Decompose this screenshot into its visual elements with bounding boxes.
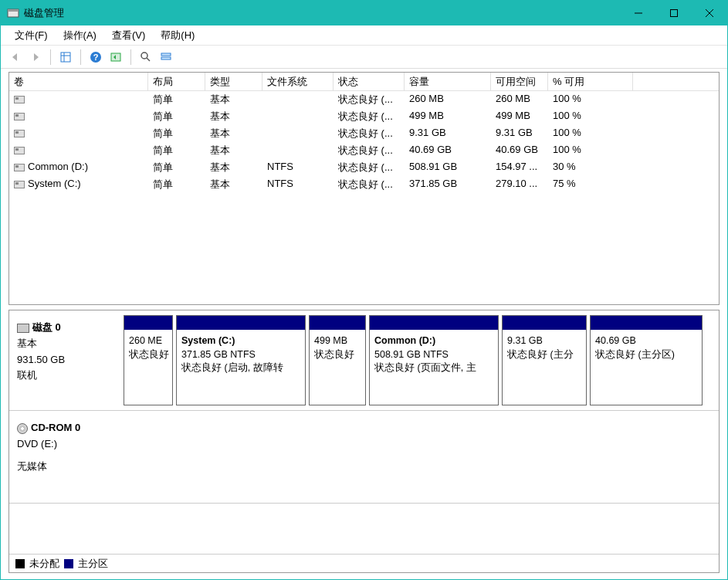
cell-filesystem	[262, 91, 334, 108]
window-title: 磁盘管理	[24, 6, 621, 20]
minimize-button[interactable]	[621, 1, 656, 25]
partition-bar	[124, 316, 172, 330]
partition-bar	[177, 316, 305, 330]
menu-action[interactable]: 操作(A)	[56, 26, 104, 45]
volume-row[interactable]: Common (D:)简单基本NTFS状态良好 (...508.91 GB154…	[9, 159, 719, 176]
col-volume[interactable]: 卷	[9, 73, 148, 90]
close-button[interactable]	[692, 1, 727, 25]
col-capacity[interactable]: 容量	[405, 73, 491, 90]
svg-rect-1	[8, 9, 19, 12]
back-button[interactable]	[7, 49, 24, 66]
partition-status: 状态良好 (主分	[507, 348, 581, 362]
menu-help[interactable]: 帮助(H)	[153, 26, 202, 45]
volume-list-body[interactable]: 简单基本状态良好 (...260 MB260 MB100 %简单基本状态良好 (…	[9, 91, 719, 304]
svg-rect-14	[161, 53, 171, 56]
cell-free: 9.31 GB	[491, 125, 548, 142]
cell-pctfree: 30 %	[548, 159, 633, 176]
partition-bar	[370, 316, 498, 330]
partition-status: 状态良好	[129, 348, 168, 362]
svg-rect-3	[671, 10, 678, 17]
cell-status: 状态良好 (...	[334, 91, 405, 108]
cell-pctfree: 75 %	[548, 176, 633, 193]
menu-bar: 文件(F) 操作(A) 查看(V) 帮助(H)	[1, 25, 727, 46]
cell-filesystem	[262, 125, 334, 142]
volume-icon	[14, 113, 25, 120]
cell-capacity: 499 MB	[405, 108, 491, 125]
disk-info: 磁盘 0 基本 931.50 GB 联机	[14, 315, 122, 405]
legend-primary: 主分区	[78, 557, 108, 571]
partition-status: 状态良好 (启动, 故障转	[181, 361, 300, 375]
cell-type: 基本	[205, 176, 262, 193]
cell-status: 状态良好 (...	[334, 142, 405, 159]
cell-free: 154.97 ...	[491, 159, 548, 176]
volume-row[interactable]: 简单基本状态良好 (...499 MB499 MB100 %	[9, 108, 719, 125]
toolbar-list-icon[interactable]	[157, 49, 174, 66]
menu-file[interactable]: 文件(F)	[7, 26, 56, 45]
legend-unallocated: 未分配	[29, 557, 59, 571]
svg-text:?: ?	[93, 53, 99, 62]
cell-layout: 简单	[148, 159, 205, 176]
cell-type: 基本	[205, 91, 262, 108]
partition-bar	[503, 316, 586, 330]
volume-icon	[14, 164, 25, 171]
help-icon[interactable]: ?	[87, 49, 104, 66]
legend-swatch-primary	[64, 559, 73, 568]
cell-status: 状态良好 (...	[334, 159, 405, 176]
cell-pctfree: 100 %	[548, 108, 633, 125]
disk-graphic-scroll[interactable]: 磁盘 0 基本 931.50 GB 联机 260 ME状态良好System (C…	[9, 310, 719, 554]
cell-free: 260 MB	[491, 91, 548, 108]
cell-status: 状态良好 (...	[334, 176, 405, 193]
app-icon	[7, 7, 19, 19]
toolbar-view-icon[interactable]	[57, 49, 74, 66]
cell-pctfree: 100 %	[548, 142, 633, 159]
cell-filesystem: NTFS	[262, 176, 334, 193]
volume-row[interactable]: System (C:)简单基本NTFS状态良好 (...371.85 GB279…	[9, 176, 719, 193]
volume-row[interactable]: 简单基本状态良好 (...9.31 GB9.31 GB100 %	[9, 125, 719, 142]
col-layout[interactable]: 布局	[148, 73, 205, 90]
svg-rect-6	[61, 53, 70, 62]
partition[interactable]: 9.31 GB状态良好 (主分	[502, 315, 587, 405]
cell-capacity: 371.85 GB	[405, 176, 491, 193]
volume-name: System (C:)	[28, 178, 81, 189]
col-type[interactable]: 类型	[205, 73, 262, 90]
forward-button[interactable]	[27, 49, 44, 66]
col-status[interactable]: 状态	[334, 73, 405, 90]
toolbar-properties-icon[interactable]	[137, 49, 154, 66]
cell-layout: 简单	[148, 176, 205, 193]
col-filesystem[interactable]: 文件系统	[262, 73, 334, 90]
volume-icon	[14, 96, 25, 103]
volume-row[interactable]: 简单基本状态良好 (...40.69 GB40.69 GB100 %	[9, 142, 719, 159]
disk-type: 基本	[17, 336, 119, 352]
cell-status: 状态良好 (...	[334, 108, 405, 125]
menu-view[interactable]: 查看(V)	[104, 26, 153, 45]
toolbar-separator	[50, 49, 51, 65]
cell-filesystem: NTFS	[262, 159, 334, 176]
volume-icon	[14, 130, 25, 137]
partition[interactable]: 499 MB状态良好	[309, 315, 366, 405]
cdrom-label: CD-ROM 0	[31, 422, 80, 433]
partition-size: 40.69 GB	[595, 334, 697, 348]
col-free[interactable]: 可用空间	[491, 73, 548, 90]
maximize-button[interactable]	[656, 1, 692, 25]
partition[interactable]: 40.69 GB状态良好 (主分区)	[590, 315, 703, 405]
volume-list: 卷 布局 类型 文件系统 状态 容量 可用空间 % 可用 简单基本状态良好 (.…	[8, 72, 720, 305]
partition[interactable]: 260 ME状态良好	[124, 315, 173, 405]
partition-size: 499 MB	[314, 334, 361, 348]
volume-row[interactable]: 简单基本状态良好 (...260 MB260 MB100 %	[9, 91, 719, 108]
cell-filesystem	[262, 108, 334, 125]
toolbar-separator	[80, 49, 81, 65]
cell-capacity: 40.69 GB	[405, 142, 491, 159]
partition-bar	[591, 316, 702, 330]
svg-line-13	[147, 58, 150, 61]
cell-type: 基本	[205, 125, 262, 142]
cell-type: 基本	[205, 108, 262, 125]
cdrom-icon	[17, 423, 28, 434]
toolbar-refresh-icon[interactable]	[107, 49, 124, 66]
partition[interactable]: Common (D:)508.91 GB NTFS状态良好 (页面文件, 主	[369, 315, 499, 405]
partition[interactable]: System (C:)371.85 GB NTFS状态良好 (启动, 故障转	[176, 315, 306, 405]
disk-row-cdrom[interactable]: CD-ROM 0 DVD (E:) 无媒体	[9, 411, 719, 504]
partition-size: 371.85 GB NTFS	[181, 348, 300, 362]
cdrom-status: 无媒体	[17, 459, 119, 475]
disk-row-0[interactable]: 磁盘 0 基本 931.50 GB 联机 260 ME状态良好System (C…	[9, 310, 719, 411]
col-pctfree[interactable]: % 可用	[548, 73, 633, 90]
